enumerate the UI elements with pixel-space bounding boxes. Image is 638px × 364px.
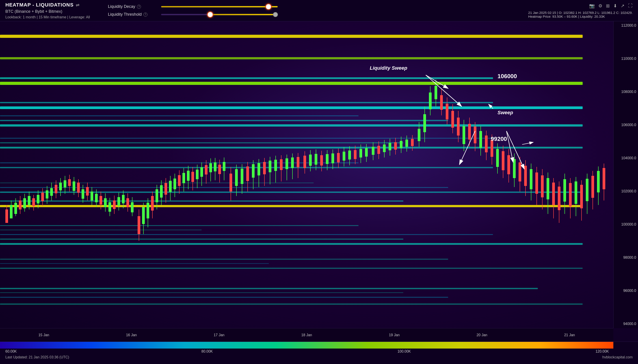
x-label-19jan: 19 Jan — [389, 333, 400, 337]
lookback-label: Lookback: 1 month | 15 Min timeframe | L… — [6, 15, 90, 19]
x-label-15jan: 15 Jan — [38, 333, 49, 337]
svg-rect-6 — [0, 259, 448, 260]
candles — [6, 80, 605, 241]
liquidity-decay-label: Liquidity Decay ? — [108, 4, 157, 9]
svg-rect-162 — [320, 155, 323, 166]
svg-rect-238 — [535, 172, 538, 194]
svg-rect-124 — [214, 162, 217, 171]
sliders-icon[interactable]: ⇌ — [76, 2, 80, 8]
svg-rect-152 — [291, 158, 294, 168]
liquidity-threshold-help-icon[interactable]: ? — [143, 12, 148, 16]
svg-rect-38 — [19, 200, 22, 210]
liquidity-threshold-handle-left[interactable] — [207, 12, 213, 18]
svg-rect-194 — [411, 139, 414, 146]
svg-rect-208 — [451, 111, 454, 128]
svg-rect-150 — [286, 158, 288, 169]
settings2-icon[interactable]: ⊞ — [606, 3, 610, 8]
svg-rect-5 — [0, 263, 269, 264]
svg-rect-198 — [423, 114, 426, 132]
svg-rect-84 — [122, 195, 125, 204]
instrument-label: BTC (Binance + Bybit + Bitmex) — [6, 9, 90, 14]
svg-rect-118 — [200, 167, 203, 177]
svg-rect-82 — [118, 197, 120, 206]
svg-line-269 — [522, 142, 533, 144]
svg-rect-258 — [591, 176, 594, 198]
chart-svg — [0, 21, 613, 328]
svg-rect-96 — [151, 196, 154, 210]
svg-rect-226 — [502, 151, 504, 170]
svg-rect-8 — [0, 238, 403, 240]
svg-rect-154 — [297, 157, 299, 167]
x-label-17jan: 17 Jan — [214, 333, 224, 337]
svg-rect-138 — [252, 164, 255, 178]
svg-rect-144 — [269, 160, 271, 172]
liquidity-threshold-label: Liquidity Threshold ? — [108, 12, 157, 17]
svg-rect-60 — [68, 179, 71, 186]
svg-rect-128 — [223, 162, 225, 171]
svg-rect-214 — [468, 124, 471, 140]
svg-rect-68 — [86, 187, 89, 196]
bottom-bar: 60.00K 80.00K 100.00K 120.00K Last Updat… — [0, 342, 638, 364]
y-label-102k: 102000.0 — [615, 189, 636, 193]
download-icon[interactable]: ⬇ — [613, 3, 617, 8]
svg-rect-222 — [490, 140, 493, 157]
svg-rect-2 — [0, 292, 403, 293]
svg-rect-22 — [0, 124, 583, 126]
svg-rect-236 — [530, 169, 532, 189]
svg-rect-72 — [95, 194, 98, 202]
top-bar-left: HEATMAP - LIQUIDATIONS ⇌ BTC (Binance + … — [6, 2, 90, 19]
liquidity-decay-track[interactable] — [161, 6, 278, 8]
svg-rect-120 — [205, 165, 208, 174]
camera-icon[interactable]: 📷 — [589, 3, 595, 8]
x-label-20jan: 20 Jan — [476, 333, 487, 337]
y-label-106k: 106000.0 — [615, 123, 636, 127]
svg-rect-56 — [59, 182, 62, 190]
svg-rect-166 — [331, 154, 334, 163]
svg-rect-30 — [0, 35, 583, 38]
chart-area: Liquidity Sweep Sweep 106000 99200 11200… — [0, 21, 638, 342]
svg-rect-34 — [10, 205, 13, 218]
svg-rect-126 — [218, 165, 221, 174]
svg-rect-100 — [160, 185, 163, 198]
top-bar-right: 📷 ⚙ ⊞ ⬇ ↗ ⛶ 21 Jan 2025 02:15 | O: 10238… — [528, 3, 632, 18]
svg-rect-78 — [109, 202, 111, 212]
liquidity-threshold-handle-right[interactable] — [273, 12, 278, 17]
liquidity-decay-row: Liquidity Decay ? — [108, 4, 510, 9]
svg-rect-98 — [156, 189, 158, 202]
liquidity-decay-help-icon[interactable]: ? — [137, 5, 141, 9]
y-label-94k: 94000.0 — [615, 322, 636, 326]
svg-rect-106 — [174, 178, 176, 189]
svg-rect-27 — [0, 82, 583, 85]
svg-rect-246 — [558, 186, 560, 210]
liquidity-threshold-track[interactable] — [161, 14, 278, 15]
svg-rect-54 — [55, 185, 57, 193]
svg-rect-136 — [246, 166, 249, 181]
svg-rect-88 — [131, 202, 134, 212]
svg-rect-212 — [462, 126, 465, 144]
svg-rect-62 — [73, 182, 75, 191]
gear-icon[interactable]: ⚙ — [598, 3, 602, 8]
brand-name: hvblockcapital.com — [602, 355, 632, 359]
svg-rect-46 — [37, 195, 40, 204]
x-label-18jan: 18 Jan — [301, 333, 312, 337]
expand-icon[interactable]: ⛶ — [628, 3, 632, 8]
svg-rect-184 — [383, 144, 386, 152]
svg-rect-142 — [263, 162, 266, 174]
svg-rect-86 — [126, 198, 129, 207]
liquidity-decay-handle[interactable] — [265, 4, 272, 10]
gradient-row — [0, 342, 638, 348]
svg-rect-40 — [23, 198, 26, 208]
svg-rect-206 — [446, 104, 448, 120]
svg-rect-76 — [104, 198, 107, 207]
svg-rect-196 — [418, 129, 420, 141]
external-icon[interactable]: ↗ — [621, 3, 624, 8]
svg-rect-28 — [0, 77, 493, 79]
svg-rect-176 — [359, 149, 362, 158]
svg-rect-248 — [563, 179, 566, 202]
svg-rect-234 — [524, 166, 527, 186]
svg-rect-9 — [0, 234, 493, 235]
svg-rect-23 — [0, 120, 448, 121]
svg-rect-19 — [0, 147, 583, 148]
grad-label-100k: 100.00K — [398, 350, 411, 354]
svg-rect-232 — [518, 162, 521, 182]
